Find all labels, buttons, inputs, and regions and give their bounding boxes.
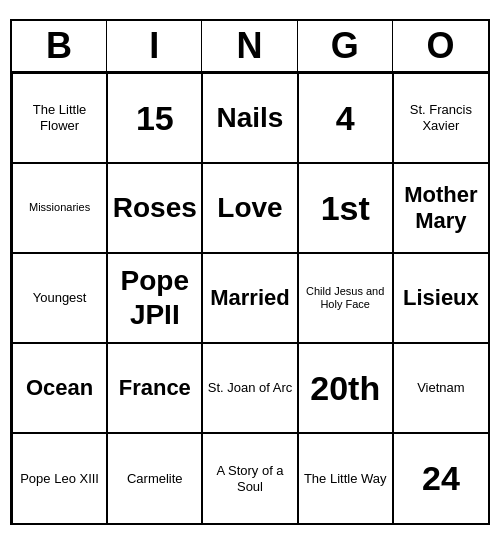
bingo-cell: Lisieux	[393, 253, 488, 343]
bingo-cell: Pope Leo XIII	[12, 433, 107, 523]
bingo-cell: St. Joan of Arc	[202, 343, 297, 433]
bingo-cell: Married	[202, 253, 297, 343]
bingo-cell: The Little Way	[298, 433, 393, 523]
header-letter: O	[393, 21, 488, 71]
cell-text: St. Francis Xavier	[398, 102, 484, 133]
cell-text: 20th	[310, 368, 380, 409]
header-letter: N	[202, 21, 297, 71]
bingo-cell: 1st	[298, 163, 393, 253]
bingo-cell: St. Francis Xavier	[393, 73, 488, 163]
cell-text: 4	[336, 98, 355, 139]
bingo-cell: Carmelite	[107, 433, 202, 523]
bingo-cell: Youngest	[12, 253, 107, 343]
bingo-card: BINGO The Little Flower15Nails4St. Franc…	[10, 19, 490, 525]
cell-text: Ocean	[26, 375, 93, 401]
bingo-cell: Nails	[202, 73, 297, 163]
bingo-cell: A Story of a Soul	[202, 433, 297, 523]
cell-text: Vietnam	[417, 380, 464, 396]
bingo-cell: Mother Mary	[393, 163, 488, 253]
bingo-cell: Missionaries	[12, 163, 107, 253]
cell-text: Love	[217, 191, 282, 225]
cell-text: Carmelite	[127, 471, 183, 487]
bingo-cell: France	[107, 343, 202, 433]
cell-text: 15	[136, 98, 174, 139]
cell-text: Nails	[217, 101, 284, 135]
cell-text: 24	[422, 458, 460, 499]
cell-text: The Little Flower	[17, 102, 102, 133]
bingo-cell: 20th	[298, 343, 393, 433]
bingo-cell: Pope JPII	[107, 253, 202, 343]
bingo-cell: Ocean	[12, 343, 107, 433]
header-letter: G	[298, 21, 393, 71]
cell-text: The Little Way	[304, 471, 387, 487]
cell-text: France	[119, 375, 191, 401]
bingo-cell: Love	[202, 163, 297, 253]
cell-text: Child Jesus and Holy Face	[303, 285, 388, 311]
cell-text: Roses	[113, 191, 197, 225]
bingo-header: BINGO	[12, 21, 488, 73]
cell-text: Married	[210, 285, 289, 311]
bingo-cell: The Little Flower	[12, 73, 107, 163]
bingo-cell: Roses	[107, 163, 202, 253]
bingo-cell: 24	[393, 433, 488, 523]
cell-text: 1st	[321, 188, 370, 229]
cell-text: Lisieux	[403, 285, 479, 311]
cell-text: Missionaries	[29, 201, 90, 214]
cell-text: Mother Mary	[398, 182, 484, 235]
bingo-grid: The Little Flower15Nails4St. Francis Xav…	[12, 73, 488, 523]
bingo-cell: 15	[107, 73, 202, 163]
header-letter: B	[12, 21, 107, 71]
cell-text: St. Joan of Arc	[208, 380, 293, 396]
bingo-cell: 4	[298, 73, 393, 163]
cell-text: Youngest	[33, 290, 87, 306]
cell-text: Pope JPII	[112, 264, 197, 331]
cell-text: A Story of a Soul	[207, 463, 292, 494]
bingo-cell: Child Jesus and Holy Face	[298, 253, 393, 343]
cell-text: Pope Leo XIII	[20, 471, 99, 487]
header-letter: I	[107, 21, 202, 71]
bingo-cell: Vietnam	[393, 343, 488, 433]
